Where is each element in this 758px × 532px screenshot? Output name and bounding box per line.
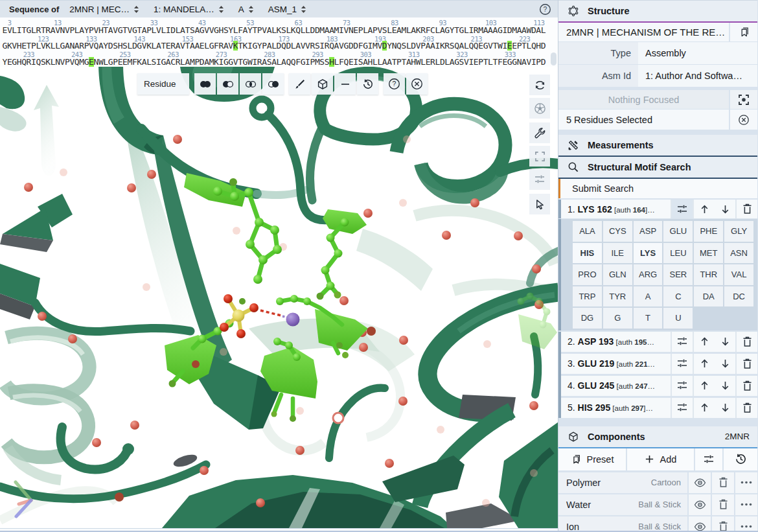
sequence-row-3[interactable]: 233243253263273283293303313323333YEGHQRI…: [0, 51, 551, 66]
chain-select[interactable]: A: [238, 5, 254, 14]
selection-set-button[interactable]: [262, 73, 284, 95]
fullscreen-expand-icon[interactable]: [529, 146, 550, 167]
component-main[interactable]: WaterBall & Stick: [558, 494, 687, 515]
selection-subtract-button[interactable]: [217, 73, 238, 95]
structure-entry-row[interactable]: 2MNR | MECHANISM OF THE RE…: [558, 23, 757, 41]
sequence-letters[interactable]: GKVHETPLVKLLGANARPVQAYDSHSLDGVKLATERAVTA…: [3, 41, 546, 51]
visibility-eye-icon[interactable]: [687, 516, 711, 532]
reset-camera-button[interactable]: [529, 75, 550, 95]
motif-move-down-button[interactable]: [715, 398, 735, 418]
controls-wrench-button[interactable]: [529, 122, 550, 143]
component-more-icon[interactable]: [734, 516, 757, 532]
component-more-icon[interactable]: [734, 472, 757, 493]
exchange-cell-lys[interactable]: LYS: [634, 243, 663, 264]
exchange-cell-phe[interactable]: PHE: [694, 221, 723, 242]
exchange-cell-his[interactable]: HIS: [573, 243, 602, 264]
viewport-3d[interactable]: Residue: [0, 67, 558, 528]
sequence-help-icon[interactable]: ?: [539, 3, 551, 16]
components-section-header[interactable]: Components 2MNR: [558, 426, 757, 447]
exchange-cell-pro[interactable]: PRO: [573, 264, 602, 285]
motif-residue-item-5[interactable]: 5. HIS 295 [auth 297]…: [561, 398, 757, 418]
motif-move-up-button[interactable]: [694, 332, 715, 352]
exchange-cell-thr[interactable]: THR: [694, 264, 723, 285]
visibility-eye-icon[interactable]: [687, 494, 711, 515]
exchange-cell-tyr[interactable]: TYR: [603, 286, 632, 307]
motif-residue-item-4[interactable]: 4. GLU 245 [auth 247…: [561, 376, 757, 396]
component-delete-icon[interactable]: [711, 472, 734, 493]
exchange-cell-trp[interactable]: TRP: [573, 286, 602, 307]
exchange-cell-ser[interactable]: SER: [663, 264, 693, 285]
exchange-cell-t[interactable]: T: [634, 308, 663, 329]
component-more-icon[interactable]: [734, 494, 757, 515]
highlighted-residue[interactable]: E: [507, 41, 512, 51]
screenshot-icon[interactable]: [529, 98, 550, 119]
granularity-dropdown[interactable]: Residue: [137, 73, 189, 95]
submit-search-button[interactable]: Submit Search: [558, 179, 757, 198]
structure-section-header[interactable]: Structure: [558, 1, 757, 21]
motif-residue-item-1[interactable]: 1. LYS 162 [auth 164]…: [561, 200, 757, 218]
sequence-row-1[interactable]: 3132333435363738393103113EVLITGLRTRAVNVP…: [0, 19, 551, 34]
motif-move-up-button[interactable]: [694, 376, 715, 396]
theme-brush-button[interactable]: [289, 73, 310, 95]
subtract-minus-button[interactable]: [334, 73, 356, 95]
exchange-cell-gln[interactable]: GLN: [603, 264, 632, 285]
motif-move-down-button[interactable]: [715, 332, 735, 352]
add-component-button[interactable]: Add: [627, 448, 694, 470]
motif-residue-item-2[interactable]: 2. ASP 193 [auth 195…: [561, 332, 757, 352]
measurements-section-header[interactable]: Measurements: [558, 135, 757, 156]
selection-union-button[interactable]: [194, 73, 216, 95]
operator-select[interactable]: ASM_1: [268, 5, 306, 14]
exchange-cell-asn[interactable]: ASN: [724, 243, 753, 264]
component-delete-icon[interactable]: [711, 516, 734, 532]
entity-select[interactable]: 1: MANDELA…: [154, 5, 224, 14]
motif-delete-button[interactable]: [735, 376, 757, 396]
motif-exchanges-toggle[interactable]: [671, 354, 694, 374]
motif-move-up-button[interactable]: [694, 354, 715, 374]
bookmark-icon[interactable]: [729, 23, 757, 41]
exchange-cell-c[interactable]: C: [663, 286, 693, 307]
exchange-cell-ala[interactable]: ALA: [573, 221, 602, 242]
exchange-cell-arg[interactable]: ARG: [634, 264, 663, 285]
exchange-cell-leu[interactable]: LEU: [663, 243, 693, 264]
selection-mode-cursor-button[interactable]: [529, 194, 550, 214]
sequence-scrollbar-thumb[interactable]: [551, 52, 557, 65]
motif-exchanges-toggle[interactable]: [671, 200, 694, 218]
exchange-cell-dg[interactable]: DG: [573, 308, 602, 329]
exchange-cell-glu[interactable]: GLU: [663, 221, 693, 242]
sequence-row-2[interactable]: 123133143153163173183193203213223GKVHETP…: [0, 35, 551, 51]
type-value[interactable]: Assembly: [638, 42, 757, 64]
exchange-cell-cys[interactable]: CYS: [603, 221, 632, 242]
motif-move-down-button[interactable]: [715, 376, 735, 396]
motif-move-up-button[interactable]: [694, 398, 715, 418]
component-delete-icon[interactable]: [711, 494, 734, 515]
motif-section-header[interactable]: Structural Motif Search: [558, 157, 757, 178]
sequence-letters[interactable]: EVLITGLRTRAVNVPLAYPVHTAVGTVGTAPLVLIDLATS…: [3, 25, 546, 35]
clear-selection-icon[interactable]: [729, 110, 757, 130]
motif-residue-item-3[interactable]: 3. GLU 219 [auth 221…: [561, 354, 757, 374]
exchange-cell-asp[interactable]: ASP: [634, 221, 663, 242]
exchange-cell-u[interactable]: U: [663, 308, 693, 329]
settings-sliders-icon[interactable]: [529, 169, 550, 190]
component-main[interactable]: PolymerCartoon: [558, 472, 687, 493]
component-main[interactable]: IonBall & Stick: [558, 516, 687, 532]
motif-exchanges-toggle[interactable]: [671, 376, 694, 396]
components-options-button[interactable]: [695, 448, 722, 470]
sequence-panel[interactable]: 3132333435363738393103113EVLITGLRTRAVNVP…: [0, 17, 558, 67]
motif-delete-button[interactable]: [735, 332, 757, 352]
motif-exchanges-toggle[interactable]: [671, 332, 694, 352]
highlighted-residue[interactable]: E: [89, 57, 93, 67]
motif-delete-button[interactable]: [735, 200, 757, 218]
component-cube-button[interactable]: [312, 73, 333, 95]
toolbar-close-button[interactable]: [406, 73, 428, 95]
preset-button[interactable]: Preset: [558, 448, 626, 470]
focus-target-icon[interactable]: [729, 90, 757, 109]
exchange-cell-ile[interactable]: ILE: [603, 243, 632, 264]
sequence-letters[interactable]: YEGHQRIQSKLNVPVQMGENWLGPEEMFKALSIGACRLAM…: [3, 57, 546, 67]
motif-exchanges-toggle[interactable]: [671, 398, 694, 418]
exchange-cell-da[interactable]: DA: [694, 286, 723, 307]
exchange-cell-gly[interactable]: GLY: [724, 221, 753, 242]
motif-move-up-button[interactable]: [694, 200, 715, 218]
components-history-button[interactable]: [724, 448, 757, 470]
structure-select[interactable]: 2MNR | MEC…: [69, 5, 139, 14]
toolbar-help-button[interactable]: ?: [384, 73, 405, 95]
